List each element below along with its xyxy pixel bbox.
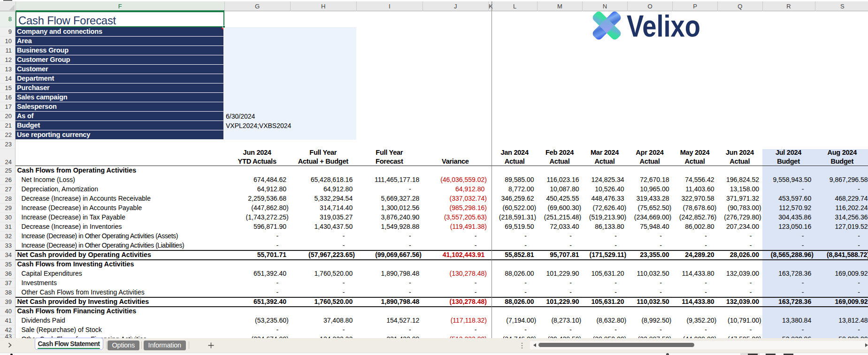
svg-text:Velixo: Velixo	[627, 9, 700, 43]
